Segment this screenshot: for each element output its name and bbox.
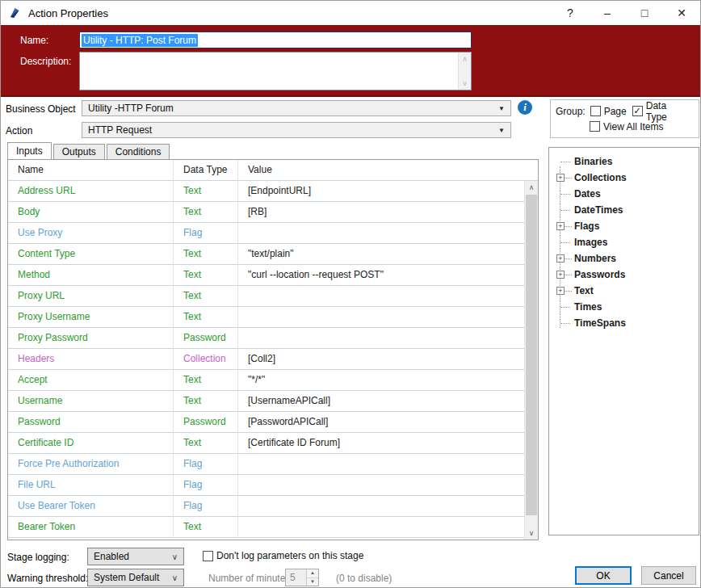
tree-connector xyxy=(565,258,572,259)
value-cell[interactable] xyxy=(238,307,524,328)
info-icon[interactable]: i xyxy=(518,100,532,115)
tab-inputs[interactable]: Inputs xyxy=(7,142,52,159)
table-row[interactable]: AcceptText"*/*" xyxy=(8,370,524,391)
table-row[interactable]: BodyText[RB] xyxy=(8,202,524,223)
type-cell: Text xyxy=(174,391,238,412)
tree-item-flags[interactable]: +Flags xyxy=(549,218,699,234)
name-cell: Password xyxy=(8,412,174,433)
tree-item-times[interactable]: Times xyxy=(549,299,699,315)
scroll-down-icon[interactable]: ∨ xyxy=(525,527,538,540)
tree-connector xyxy=(565,178,572,178)
tree-item-collections[interactable]: +Collections xyxy=(549,170,699,186)
name-input-selected-text: Utility - HTTP: Post Forum xyxy=(82,34,198,47)
expand-plus-icon[interactable]: + xyxy=(556,174,565,182)
tree-item-binaries[interactable]: Binaries xyxy=(549,153,699,170)
tree-item-timespans[interactable]: TimeSpans xyxy=(549,315,699,331)
description-scrollbar[interactable]: ∧ ∨ xyxy=(458,52,471,90)
scrollbar-thumb[interactable] xyxy=(526,195,537,515)
scroll-up-icon[interactable]: ∧ xyxy=(525,181,538,194)
name-cell: Use Bearer Token xyxy=(8,496,174,517)
value-cell[interactable]: "curl --location --request POST" xyxy=(238,265,524,286)
tree-item-images[interactable]: Images xyxy=(549,234,699,250)
name-cell: Use Proxy xyxy=(8,223,174,244)
table-row[interactable]: Use Bearer TokenFlag xyxy=(8,496,524,517)
checkbox-view-all-items[interactable]: View All Items xyxy=(590,121,663,132)
checkbox-data-type[interactable]: ✓Data Type xyxy=(632,100,688,123)
value-cell[interactable] xyxy=(238,454,524,475)
value-cell[interactable]: [EndpointURL] xyxy=(238,181,524,202)
business-object-value: Utility -HTTP Forum xyxy=(88,103,174,114)
tree-connector xyxy=(565,226,572,227)
value-cell[interactable]: [UsernameAPICall] xyxy=(238,391,524,412)
ok-button[interactable]: OK xyxy=(575,566,632,585)
value-cell[interactable]: "text/plain" xyxy=(238,244,524,265)
stage-logging-select[interactable]: Enabled ∨ xyxy=(87,548,184,565)
tree-connector xyxy=(560,210,570,211)
value-cell[interactable] xyxy=(238,475,524,496)
type-cell: Text xyxy=(174,202,238,223)
table-row[interactable]: Certificate IDText[Certificate ID Forum] xyxy=(8,433,524,454)
checkbox-page[interactable]: Page xyxy=(590,106,627,117)
value-cell[interactable] xyxy=(238,223,524,244)
scroll-down-icon[interactable]: ∨ xyxy=(459,78,471,89)
expand-plus-icon[interactable]: + xyxy=(556,222,565,230)
description-input[interactable]: ∧ ∨ xyxy=(79,52,472,90)
tab-bar: InputsOutputsConditions xyxy=(7,142,171,159)
value-cell[interactable]: [Certificate ID Forum] xyxy=(238,433,524,454)
table-row[interactable]: Proxy URLText xyxy=(8,286,524,307)
table-row[interactable]: Force Pre AuthorizationFlag xyxy=(8,454,524,475)
minutes-spinner[interactable]: 5 ▲ ▼ xyxy=(285,569,319,586)
table-row[interactable]: HeadersCollection[Coll2] xyxy=(8,349,524,370)
value-cell[interactable]: [Coll2] xyxy=(238,349,524,370)
table-row[interactable]: Address URLText[EndpointURL] xyxy=(8,181,524,202)
expand-plus-icon[interactable]: + xyxy=(556,287,565,295)
value-cell[interactable] xyxy=(238,328,524,349)
cancel-button[interactable]: Cancel xyxy=(641,566,696,585)
table-row[interactable]: Bearer TokenText xyxy=(8,517,524,538)
type-cell: Password xyxy=(174,328,238,349)
value-cell[interactable] xyxy=(238,286,524,307)
tree-item-datetimes[interactable]: DateTimes xyxy=(549,202,699,218)
maximize-button[interactable]: □ xyxy=(626,1,663,25)
expand-plus-icon[interactable]: + xyxy=(556,254,565,262)
value-cell[interactable]: "*/*" xyxy=(238,370,524,391)
dont-log-checkbox[interactable]: Don't log parameters on this stage xyxy=(203,550,363,561)
value-cell[interactable]: [PasswordAPICall] xyxy=(238,412,524,433)
tree-item-label: Text xyxy=(574,285,594,296)
tree-item-label: Images xyxy=(574,237,607,248)
table-row[interactable]: File URLFlag xyxy=(8,475,524,496)
table-scrollbar[interactable]: ∧ ∨ xyxy=(524,181,538,540)
type-cell: Text xyxy=(174,517,238,538)
value-cell[interactable] xyxy=(238,517,524,538)
tab-conditions[interactable]: Conditions xyxy=(107,144,170,159)
warning-threshold-select[interactable]: System Default ∨ xyxy=(87,569,184,586)
tab-outputs[interactable]: Outputs xyxy=(53,144,105,159)
tree-item-passwords[interactable]: +Passwords xyxy=(549,267,699,283)
tree-item-numbers[interactable]: +Numbers xyxy=(549,250,699,267)
table-row[interactable]: Proxy PasswordPassword xyxy=(8,328,524,349)
table-row[interactable]: PasswordPassword[PasswordAPICall] xyxy=(8,412,524,433)
table-row[interactable]: MethodText"curl --location --request POS… xyxy=(8,265,524,286)
table-row[interactable]: UsernameText[UsernameAPICall] xyxy=(8,391,524,412)
action-select[interactable]: HTTP Request ▼ xyxy=(82,122,511,138)
business-object-select[interactable]: Utility -HTTP Forum ▼ xyxy=(82,100,511,116)
minimize-button[interactable]: – xyxy=(589,1,626,25)
help-button[interactable]: ? xyxy=(552,1,589,25)
value-cell[interactable] xyxy=(238,496,524,517)
tree-item-text[interactable]: +Text xyxy=(549,283,699,299)
table-row[interactable]: Content TypeText"text/plain" xyxy=(8,244,524,265)
table-row[interactable]: Use ProxyFlag xyxy=(8,223,524,244)
expand-plus-icon[interactable]: + xyxy=(556,271,565,279)
value-cell[interactable]: [RB] xyxy=(238,202,524,223)
name-input[interactable]: Utility - HTTP: Post Forum xyxy=(79,32,472,48)
table-row[interactable]: Proxy UsernameText xyxy=(8,307,524,328)
spin-up-icon[interactable]: ▲ xyxy=(307,569,318,578)
tree-connector xyxy=(560,307,570,308)
group-label: Group: xyxy=(556,106,586,117)
tree-connector xyxy=(560,194,570,195)
scroll-up-icon[interactable]: ∧ xyxy=(459,53,471,65)
type-cell: Flag xyxy=(174,496,238,517)
tree-item-dates[interactable]: Dates xyxy=(549,186,699,202)
close-button[interactable]: ✕ xyxy=(663,1,700,25)
spin-down-icon[interactable]: ▼ xyxy=(307,578,318,586)
